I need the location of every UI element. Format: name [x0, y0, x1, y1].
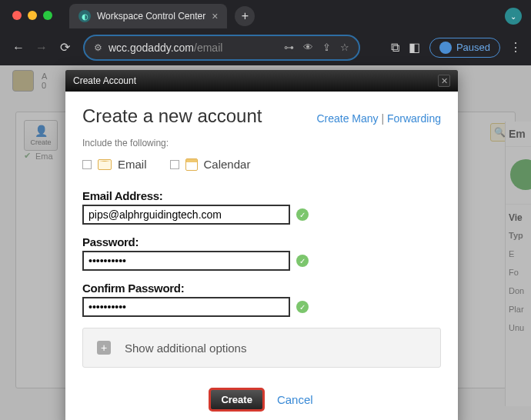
include-options: Email Calendar: [82, 158, 441, 171]
share-icon[interactable]: ⇪: [322, 42, 331, 53]
include-calendar-option: Calendar: [170, 158, 251, 171]
profile-avatar[interactable]: ⌄: [505, 8, 522, 25]
create-account-dialog: Create Account ✕ Create a new account Cr…: [65, 70, 458, 420]
calendar-icon: [185, 158, 198, 171]
address-bar[interactable]: ⚙ wcc.godaddy.com/email ⊶ 👁 ⇪ ☆: [83, 35, 360, 61]
profile-paused-button[interactable]: Paused: [429, 38, 500, 58]
calendar-checkbox[interactable]: [170, 160, 179, 169]
window-controls: [0, 0, 52, 20]
cancel-button[interactable]: Cancel: [277, 393, 313, 406]
dialog-actions: Create Cancel: [82, 389, 441, 410]
valid-check-icon: ✓: [296, 301, 309, 313]
additional-options-label: Show additional options: [125, 342, 246, 355]
tab-favicon: ◐: [78, 10, 91, 22]
forwarding-link[interactable]: Forwarding: [387, 112, 441, 125]
tabs-row: ◐ Workspace Control Center × +: [0, 0, 531, 29]
create-many-link[interactable]: Create Many: [316, 112, 378, 125]
confirm-password-input[interactable]: [82, 297, 290, 317]
browser-chrome: ⌄ ◐ Workspace Control Center × + ← → ⟳ ⚙…: [0, 0, 531, 65]
create-button[interactable]: Create: [210, 389, 262, 410]
new-tab-button[interactable]: +: [235, 6, 255, 26]
dialog-links: Create Many | Forwarding: [316, 112, 441, 125]
confirm-password-label: Confirm Password:: [82, 282, 441, 295]
key-icon[interactable]: ⊶: [284, 42, 294, 53]
sidepanel-icon[interactable]: ◧: [409, 40, 420, 55]
menu-icon[interactable]: ⋮: [509, 40, 522, 55]
window-minimize[interactable]: [28, 11, 37, 20]
plus-icon: +: [97, 341, 111, 355]
star-icon[interactable]: ☆: [340, 42, 349, 53]
site-settings-icon[interactable]: ⚙: [94, 42, 102, 53]
email-input[interactable]: [82, 205, 290, 225]
valid-check-icon: ✓: [296, 208, 309, 221]
mail-icon: [98, 159, 112, 170]
window-close[interactable]: [12, 11, 22, 20]
include-email-label: Email: [118, 158, 147, 171]
url-display: wcc.godaddy.com/email: [109, 42, 222, 54]
valid-check-icon: ✓: [296, 255, 309, 267]
email-checkbox[interactable]: [82, 160, 92, 169]
tab-title: Workspace Control Center: [97, 11, 205, 22]
password-input[interactable]: [82, 251, 290, 271]
email-label: Email Address:: [82, 189, 441, 202]
additional-options-toggle[interactable]: + Show additional options: [82, 328, 441, 368]
password-label: Password:: [82, 235, 441, 248]
back-button[interactable]: ←: [9, 41, 28, 55]
paused-label: Paused: [456, 42, 490, 53]
browser-toolbar: ← → ⟳ ⚙ wcc.godaddy.com/email ⊶ 👁 ⇪ ☆ ⧉ …: [0, 29, 531, 65]
profile-dot-icon: [439, 42, 452, 54]
link-separator: |: [381, 112, 387, 125]
reload-button[interactable]: ⟳: [55, 40, 74, 55]
dialog-close-button[interactable]: ✕: [438, 75, 450, 87]
forward-button[interactable]: →: [32, 41, 51, 55]
eye-off-icon[interactable]: 👁: [303, 42, 313, 53]
dialog-header-title: Create Account: [73, 75, 136, 86]
include-email-option: Email: [82, 158, 147, 171]
window-maximize[interactable]: [43, 11, 52, 20]
dialog-title: Create a new account: [82, 105, 262, 127]
tab-close-icon[interactable]: ×: [212, 10, 218, 22]
browser-tab[interactable]: ◐ Workspace Control Center ×: [69, 4, 227, 28]
dialog-subtitle: Include the following:: [82, 138, 441, 148]
dialog-header: Create Account ✕: [65, 70, 458, 92]
extensions-icon[interactable]: ⧉: [391, 41, 399, 55]
include-calendar-label: Calendar: [204, 158, 251, 171]
